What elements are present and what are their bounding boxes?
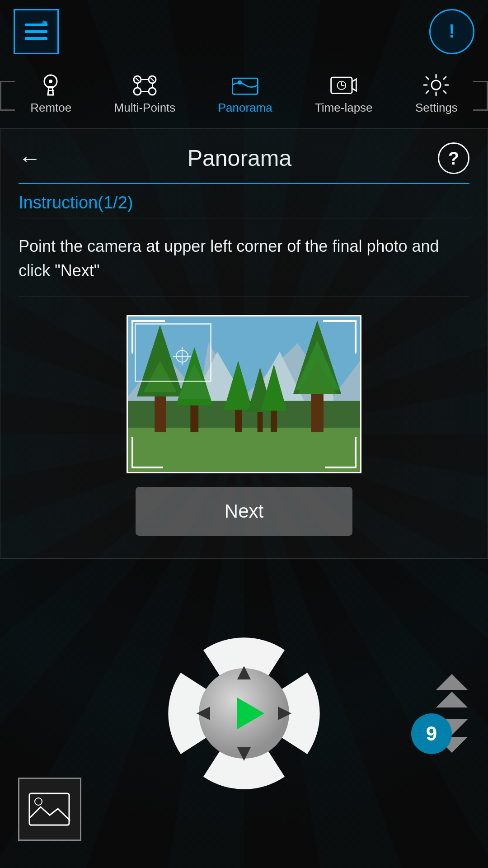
svg-point-11 — [149, 88, 156, 95]
arrow-up-icon — [436, 674, 468, 690]
crosshair — [173, 347, 191, 365]
svg-point-10 — [134, 88, 141, 95]
arrow-up-icon-2 — [436, 692, 468, 708]
svg-line-12 — [136, 78, 139, 81]
panorama-icon — [230, 72, 260, 97]
crosshair-circle — [176, 350, 188, 363]
dpad — [149, 618, 339, 808]
scroll-up-button[interactable] — [429, 673, 474, 709]
svg-point-42 — [35, 798, 42, 805]
preview-corner-br — [325, 437, 357, 468]
svg-point-6 — [49, 80, 52, 83]
count-badge: 9 — [411, 713, 452, 754]
tab-remote-label: Remtoe — [30, 101, 71, 115]
gallery-button[interactable] — [18, 778, 81, 841]
right-arrows: 9 — [429, 673, 474, 754]
settings-icon — [422, 72, 451, 97]
svg-rect-41 — [29, 793, 69, 825]
svg-point-15 — [238, 80, 242, 85]
nav-tabs: Remtoe Multi-Points — [0, 63, 488, 128]
tab-panorama[interactable]: Panorama — [214, 68, 277, 119]
tab-settings-label: Settings — [415, 101, 458, 115]
tab-timelapse-label: Time-lapse — [315, 101, 373, 115]
bottom-controls: 9 — [0, 559, 488, 868]
svg-point-18 — [432, 80, 441, 90]
tab-multipoints-label: Multi-Points — [114, 101, 176, 115]
svg-line-13 — [150, 78, 154, 81]
multipoints-icon — [130, 72, 160, 97]
tab-timelapse[interactable]: Time-lapse — [310, 68, 377, 119]
timelapse-icon — [329, 72, 358, 97]
remote-icon — [36, 72, 66, 97]
tab-remote[interactable]: Remtoe — [26, 68, 76, 119]
tab-panorama-label: Panorama — [218, 101, 272, 115]
tab-multipoints[interactable]: Multi-Points — [110, 68, 180, 119]
camera-preview — [127, 315, 361, 473]
preview-corner-bl — [131, 437, 163, 468]
tab-settings[interactable]: Settings — [411, 68, 462, 119]
